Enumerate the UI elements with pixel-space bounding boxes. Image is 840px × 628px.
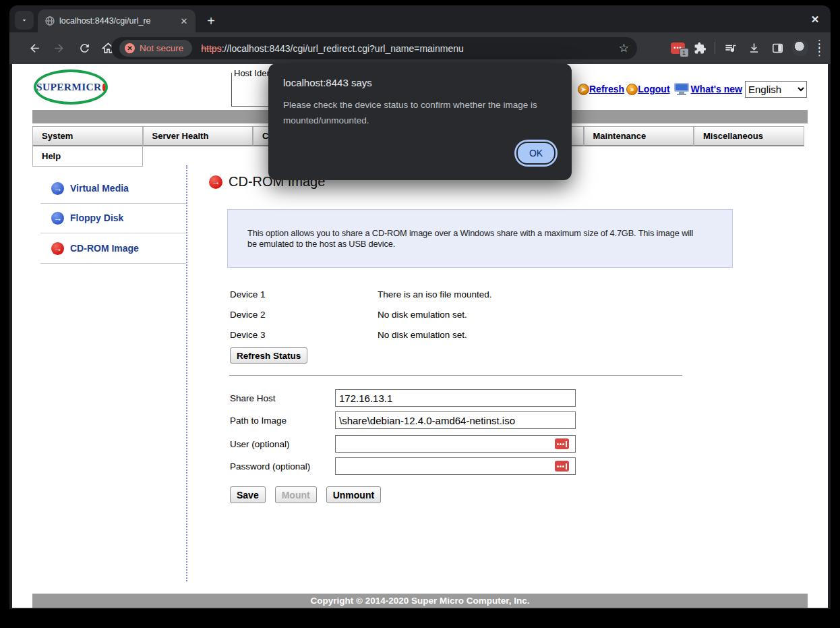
whats-new-icon — [674, 83, 689, 95]
toolbar-separator — [715, 42, 715, 54]
supermicro-logo: SUPERMICR — [34, 69, 108, 105]
password-manager-icon[interactable] — [555, 461, 569, 472]
sidebar-divider — [186, 165, 187, 581]
password-label: Password (optional) — [230, 461, 310, 472]
sidebar-item-label: Floppy Disk — [70, 212, 123, 223]
tab-title: localhost:8443/cgi/url_re — [59, 16, 174, 26]
device-3-label: Device 3 — [230, 330, 266, 340]
profile-avatar[interactable] — [792, 40, 808, 56]
logout-icon: » — [626, 84, 638, 95]
footer-copyright: Copyright © 2014-2020 Super Micro Comput… — [32, 594, 808, 608]
description-box: This option allows you to share a CD-ROM… — [227, 209, 733, 268]
form-divider — [229, 375, 682, 376]
media-controls-icon[interactable] — [721, 39, 739, 57]
refresh-status-button[interactable]: Refresh Status — [230, 347, 307, 364]
menu-item-system[interactable]: System — [32, 126, 143, 146]
alert-title: localhost:8443 says — [283, 77, 372, 88]
chevron-down-icon — [20, 16, 28, 24]
browser-toolbar: ✕ Not secure https://localhost:8443/cgi/… — [9, 32, 831, 64]
menu-item-maintenance[interactable]: Maintenance — [584, 126, 694, 146]
user-input[interactable] — [335, 435, 576, 453]
device-1-label: Device 1 — [230, 289, 266, 299]
not-secure-label: Not secure — [140, 43, 183, 53]
password-extension-icon[interactable]: •••1 — [671, 42, 685, 54]
globe-favicon-icon — [44, 16, 55, 26]
header-links: ➤ Refresh » Logout What's new English — [578, 80, 807, 98]
alert-message: Please check the device status to confir… — [283, 97, 553, 128]
logo-text: SUPERMICR — [36, 81, 102, 93]
password-input[interactable] — [335, 457, 576, 475]
download-icon[interactable] — [745, 39, 762, 57]
device-3-status: No disk emulation set. — [378, 330, 467, 340]
tab-strip: localhost:8443/cgi/url_re ✕ + ✕ — [9, 5, 831, 32]
reload-button[interactable] — [76, 39, 93, 57]
arrow-circle-icon-active: → — [51, 242, 64, 255]
mount-button[interactable]: Mount — [275, 486, 317, 503]
language-select[interactable]: English — [745, 81, 807, 98]
logo-dot — [102, 84, 105, 91]
sidebar-item-floppy-disk[interactable]: → Floppy Disk — [51, 210, 123, 225]
arrow-circle-icon: → — [51, 182, 64, 195]
share-host-input[interactable] — [335, 389, 576, 407]
menu-item-help[interactable]: Help — [32, 146, 143, 167]
not-secure-icon: ✕ — [125, 43, 135, 53]
path-to-image-label: Path to Image — [230, 416, 287, 426]
arrow-circle-icon: → — [51, 212, 64, 225]
extensions-puzzle-icon[interactable] — [691, 39, 709, 57]
sidebar-item-label: Virtual Media — [70, 183, 129, 194]
menu-item-miscellaneous[interactable]: Miscellaneous — [694, 126, 804, 146]
new-tab-button[interactable]: + — [202, 12, 220, 30]
window-close-button[interactable]: ✕ — [808, 12, 822, 27]
refresh-link[interactable]: Refresh — [589, 84, 624, 94]
logout-link[interactable]: Logout — [638, 84, 669, 94]
forward-button[interactable] — [50, 39, 67, 57]
sidebar-item-cdrom-image[interactable]: → CD-ROM Image — [51, 241, 139, 256]
extension-badge: 1 — [680, 48, 689, 57]
sidebar-separator — [40, 263, 186, 264]
menu-item-server-health[interactable]: Server Health — [143, 126, 253, 146]
tab-close-icon[interactable]: ✕ — [178, 15, 190, 27]
page-title-icon: → — [209, 175, 222, 189]
url-text: https://localhost:8443/cgi/url_redirect.… — [201, 43, 464, 54]
save-button[interactable]: Save — [230, 486, 266, 503]
side-panel-icon[interactable] — [769, 39, 786, 57]
path-to-image-input[interactable] — [335, 411, 576, 429]
sidebar-item-virtual-media[interactable]: → Virtual Media — [51, 181, 129, 196]
alert-dialog: localhost:8443 says Please check the dev… — [268, 63, 572, 180]
sidebar-separator — [40, 203, 186, 204]
device-1-status: There is an iso file mounted. — [378, 289, 492, 299]
description-text: This option allows you to share a CD-ROM… — [247, 228, 698, 249]
url-bar[interactable]: ✕ Not secure https://localhost:8443/cgi/… — [111, 37, 637, 59]
alert-ok-button[interactable]: OK — [514, 140, 558, 167]
password-manager-icon[interactable] — [555, 438, 569, 449]
url-rest: ://localhost:8443/cgi/url_redirect.cgi?u… — [222, 43, 464, 54]
device-2-status: No disk emulation set. — [378, 310, 467, 320]
sidebar-item-label: CD-ROM Image — [70, 243, 139, 254]
device-2-label: Device 2 — [230, 310, 266, 320]
sidebar-separator — [40, 233, 186, 233]
browser-tab[interactable]: localhost:8443/cgi/url_re ✕ — [38, 9, 196, 32]
refresh-icon: ➤ — [578, 84, 589, 95]
not-secure-chip[interactable]: ✕ Not secure — [119, 40, 192, 57]
tab-search-button[interactable] — [15, 11, 34, 30]
whats-new-link[interactable]: What's new — [691, 84, 742, 94]
bookmark-star-icon[interactable]: ☆ — [619, 41, 629, 55]
back-button[interactable] — [26, 39, 43, 57]
share-host-label: Share Host — [230, 393, 276, 403]
user-label: User (optional) — [230, 439, 290, 449]
url-scheme: https — [201, 43, 221, 54]
unmount-button[interactable]: Unmount — [326, 486, 381, 503]
browser-menu-icon[interactable]: ⋮⋮⋮ — [814, 42, 824, 54]
